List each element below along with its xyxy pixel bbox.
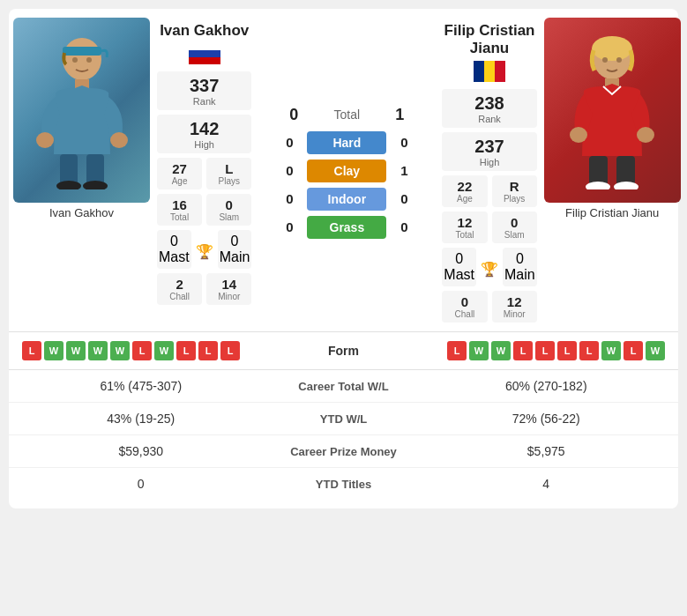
player2-total-slam-row: 12 Total 0 Slam — [442, 212, 536, 243]
stats-val-left: $59,930 — [26, 444, 256, 458]
player1-photo-name: Ivan Gakhov — [49, 206, 114, 219]
player2-mast-num: 0 — [444, 251, 474, 267]
player1-high-label: High — [164, 139, 244, 150]
player2-mast-label: Mast — [444, 267, 474, 283]
player1-main-num: 0 — [220, 234, 250, 249]
players-section: Ivan Gakhov Ivan Gakhov 337 Rank — [9, 18, 678, 331]
form-badge: W — [646, 341, 665, 360]
stats-val-left: 43% (19-25) — [26, 412, 256, 426]
svg-rect-1 — [63, 47, 101, 56]
svg-point-16 — [602, 57, 608, 63]
player2-age-num: 22 — [444, 179, 485, 194]
stats-row: $59,930Career Prize Money$5,975 — [9, 435, 678, 468]
stats-key: YTD Titles — [256, 478, 432, 491]
player1-plays-box: L Plays — [206, 158, 251, 189]
stats-val-right: $5,975 — [432, 444, 661, 458]
svg-rect-25 — [474, 61, 484, 82]
svg-point-2 — [72, 57, 78, 63]
hard-badge: Hard — [307, 131, 386, 154]
player1-high-box: 142 High — [157, 115, 251, 153]
player2-high-num: 237 — [449, 136, 529, 157]
form-badge: L — [22, 341, 41, 360]
form-badge: W — [601, 341, 621, 360]
form-badge: W — [110, 341, 130, 360]
grass-score-left: 0 — [272, 219, 307, 234]
stats-val-right: 72% (56-22) — [432, 412, 661, 426]
form-badge: L — [220, 341, 240, 360]
player1-photo — [13, 18, 150, 203]
stats-row: 0YTD Titles4 — [9, 468, 678, 500]
player2-mast-box: 0 Mast — [442, 248, 476, 286]
form-badge: W — [44, 341, 63, 360]
indoor-score-left: 0 — [272, 191, 307, 206]
player2-form-badges: LWWLLLLWLW — [447, 341, 665, 360]
indoor-row: 0 Indoor 0 — [258, 188, 435, 211]
player2-flag — [442, 61, 536, 82]
player2-total-num: 12 — [444, 215, 485, 230]
player1-name: Ivan Gakhov — [157, 22, 251, 40]
form-badge: W — [88, 341, 108, 360]
svg-rect-8 — [86, 154, 104, 185]
player2-minor-box: 12 Minor — [492, 291, 537, 323]
player2-slam-num: 0 — [494, 215, 535, 230]
player1-chall-minor-row: 2 Chall 14 Minor — [157, 273, 251, 305]
player2-plays-num: R — [494, 179, 535, 194]
player1-main-label: Main — [220, 249, 250, 265]
indoor-score-right: 0 — [386, 191, 422, 206]
stats-key: Career Total W/L — [256, 380, 432, 393]
stats-row: 43% (19-25)YTD W/L72% (56-22) — [9, 403, 678, 435]
russia-flag-icon — [189, 43, 220, 64]
player1-rank-box: 337 Rank — [157, 71, 251, 110]
player2-chall-label: Chall — [444, 309, 485, 319]
player2-age-plays-row: 22 Age R Plays — [442, 175, 536, 207]
player1-form-badges: LWWWWLWLLL — [22, 341, 240, 360]
player1-total-slam-row: 16 Total 0 Slam — [157, 194, 251, 226]
indoor-badge: Indoor — [307, 188, 386, 211]
svg-rect-7 — [60, 154, 78, 185]
grass-row: 0 Grass 0 — [258, 216, 435, 239]
player1-rank-num: 337 — [164, 75, 244, 96]
total-label: Total — [311, 108, 382, 122]
stats-val-left: 61% (475-307) — [26, 379, 256, 393]
player1-age-label: Age — [159, 176, 200, 186]
player2-photo-wrapper: Filip Cristian Jianu — [544, 18, 681, 219]
player1-chall-box: 2 Chall — [157, 273, 202, 305]
svg-point-0 — [63, 38, 101, 80]
player1-minor-num: 14 — [208, 277, 250, 292]
form-badge: L — [132, 341, 152, 360]
player2-age-box: 22 Age — [442, 175, 487, 207]
form-section: LWWWWLWLLL Form LWWLLLLWLW — [9, 331, 678, 369]
player2-total-box: 12 Total — [442, 212, 487, 243]
stats-key: Career Prize Money — [256, 445, 432, 458]
svg-point-20 — [637, 127, 654, 143]
main-card: Ivan Gakhov Ivan Gakhov 337 Rank — [9, 9, 678, 508]
svg-rect-13 — [189, 57, 220, 64]
player1-slam-label: Slam — [208, 212, 250, 222]
player1-section: Ivan Gakhov Ivan Gakhov 337 Rank — [13, 18, 258, 331]
form-badge: L — [447, 341, 467, 360]
player1-age-box: 27 Age — [157, 158, 202, 189]
player1-plays-num: L — [208, 161, 250, 176]
center-court-section: 0 Total 1 0 Hard 0 0 Clay 1 0 Indoor 0 0 — [258, 18, 435, 331]
player1-photo-wrapper: Ivan Gakhov — [13, 18, 150, 219]
romania-flag-icon — [474, 61, 505, 82]
stats-val-right: 60% (270-182) — [432, 379, 661, 393]
svg-rect-27 — [495, 61, 505, 82]
player2-main-box: 0 Main — [503, 248, 537, 286]
svg-point-6 — [110, 132, 128, 148]
svg-point-17 — [616, 57, 622, 63]
player2-photo-name: Filip Cristian Jianu — [565, 206, 659, 219]
player1-total-label: Total — [159, 212, 200, 222]
stats-row: 61% (475-307)Career Total W/L60% (270-18… — [9, 370, 678, 403]
stats-val-left: 0 — [26, 477, 256, 491]
player1-flag — [157, 43, 251, 64]
form-badge: L — [198, 341, 218, 360]
player2-chall-minor-row: 0 Chall 12 Minor — [442, 291, 536, 323]
player2-main-label: Main — [504, 267, 535, 283]
form-badge: W — [491, 341, 511, 360]
player1-trophy-row: 0 Mast 🏆 0 Main — [157, 230, 251, 269]
svg-point-15 — [592, 36, 632, 61]
player1-chall-label: Chall — [159, 292, 200, 301]
trophy-icon-2: 🏆 — [481, 257, 498, 278]
clay-row: 0 Clay 1 — [258, 160, 435, 182]
